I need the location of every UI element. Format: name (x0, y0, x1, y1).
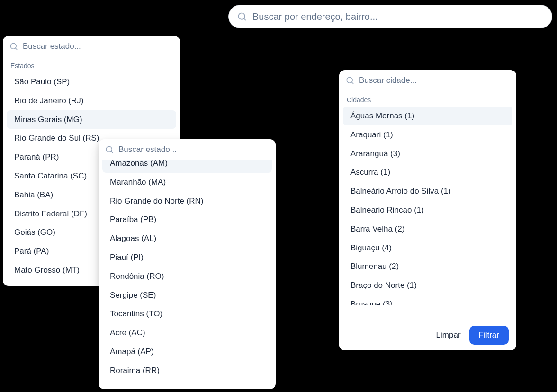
state-list-item[interactable]: Rio de Janeiro (RJ) (7, 91, 176, 110)
city-list-item[interactable]: Biguaçu (4) (343, 239, 512, 258)
section-header-cities: Cidades (339, 91, 516, 107)
svg-line-3 (15, 48, 17, 49)
state-list-item[interactable]: Rio Grande do Norte (RN) (102, 192, 272, 211)
state-search-row (99, 139, 276, 160)
city-list-item[interactable]: Blumenau (2) (343, 257, 512, 276)
svg-line-1 (244, 18, 246, 20)
state-list-item[interactable]: Rondônia (RO) (102, 267, 272, 286)
search-icon (346, 76, 354, 85)
city-list-item[interactable]: Barra Velha (2) (343, 220, 512, 239)
state-search-input[interactable] (23, 42, 173, 51)
city-list-item[interactable]: Braço do Norte (1) (343, 276, 512, 295)
state-list-item[interactable]: São Paulo (SP) (7, 72, 176, 91)
states-list: Amazonas (AM)Maranhão (MA)Rio Grande do … (99, 160, 276, 389)
state-list-item[interactable]: Minas Gerais (MG) (7, 110, 176, 129)
city-list-item[interactable]: Ascurra (1) (343, 163, 512, 182)
city-list-item[interactable]: Brusque (3) (343, 295, 512, 305)
state-search-row (3, 36, 180, 57)
state-list-item[interactable]: Alagoas (AL) (102, 229, 272, 248)
city-list-item[interactable]: Araranguá (3) (343, 144, 512, 163)
state-list-item[interactable]: Roraima (RR) (102, 361, 272, 380)
state-search-input[interactable] (118, 145, 269, 154)
city-search-row (339, 70, 516, 91)
cities-list: Águas Mornas (1)Araquari (1)Araranguá (3… (339, 107, 516, 320)
svg-line-7 (351, 82, 353, 83)
state-list-item[interactable]: Amazonas (AM) (102, 160, 272, 173)
city-search-input[interactable] (359, 76, 510, 85)
city-list-item[interactable]: Balneario Rincao (1) (343, 201, 512, 220)
cities-dropdown-panel: Cidades Águas Mornas (1)Araquari (1)Arar… (339, 70, 516, 350)
address-search-bar[interactable] (228, 5, 552, 28)
search-icon (9, 42, 18, 51)
svg-line-5 (111, 151, 112, 152)
state-list-item[interactable]: Sergipe (SE) (102, 286, 272, 305)
search-icon (237, 12, 247, 21)
section-header-states: Estados (3, 57, 180, 72)
city-list-item[interactable]: Balneário Arroio do Silva (1) (343, 182, 512, 201)
city-list-item[interactable]: Araquari (1) (343, 125, 512, 144)
state-list-item[interactable]: Piauí (PI) (102, 248, 272, 267)
state-list-item[interactable]: Maranhão (MA) (102, 173, 272, 192)
state-list-item[interactable]: Amapá (AP) (102, 342, 272, 361)
clear-button[interactable]: Limpar (434, 327, 463, 344)
filter-button[interactable]: Filtrar (469, 326, 509, 345)
city-list-item[interactable]: Águas Mornas (1) (343, 107, 512, 125)
search-icon (105, 145, 114, 154)
cities-panel-footer: Limpar Filtrar (339, 320, 516, 350)
state-list-item[interactable]: Tocantins (TO) (102, 304, 272, 323)
state-list-item[interactable]: Paraíba (PB) (102, 210, 272, 229)
states-dropdown-panel-scrolled: Amazonas (AM)Maranhão (MA)Rio Grande do … (99, 139, 276, 389)
address-search-input[interactable] (252, 11, 543, 22)
state-list-item[interactable]: Acre (AC) (102, 323, 272, 342)
